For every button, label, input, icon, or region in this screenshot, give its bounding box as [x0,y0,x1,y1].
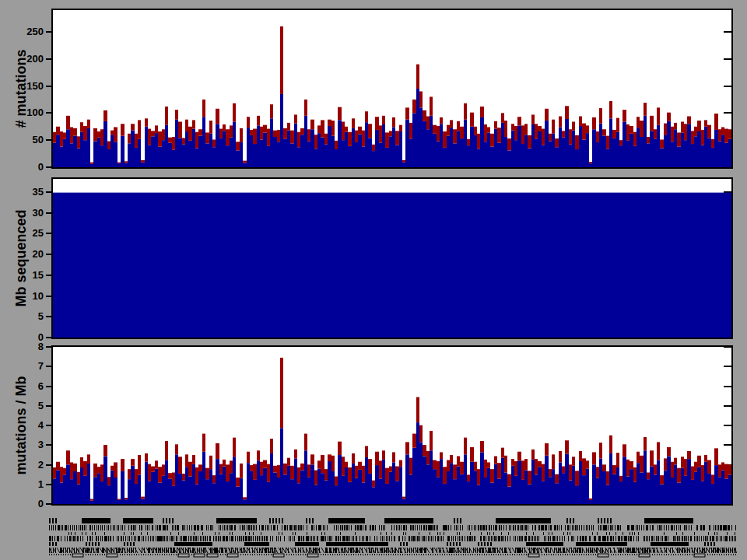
y-tick-label: 10 [16,291,44,302]
y-tick-label: 4 [16,420,44,431]
y-tick-mark [46,233,51,234]
y-tick-mark [46,366,51,367]
y-tick-label: 5 [16,401,44,411]
y-tick-label: 20 [16,249,44,260]
y-tick-label: 30 [16,208,44,219]
y-tick-label: 35 [16,187,44,198]
y-tick-mark [46,405,51,407]
y-tick-mark [46,31,51,33]
y-tick-label: 200 [16,54,44,65]
y-tick-label: 150 [16,81,44,92]
y-tick-label: 3 [16,439,44,450]
y-tick-mark [46,484,51,485]
y-tick-mark [46,346,51,348]
y-tick-mark [46,212,51,214]
y-tick-label: 1 [16,479,44,490]
y-tick-label: 7 [16,361,44,372]
bar-chart-canvas-mutation-rate [53,347,731,504]
y-tick-mark [46,191,51,193]
y-tick-label: 8 [16,341,44,352]
y-tick-mark [46,464,51,466]
y-tick-mark [46,112,51,114]
plot-panel-mutation-counts [51,9,733,169]
y-tick-mark [46,275,51,276]
y-tick-mark [46,425,51,426]
y-tick-label: 2 [16,460,44,471]
bar-chart-canvas-mutation-counts [53,10,731,167]
y-tick-label: 0 [16,162,44,173]
y-tick-mark [46,386,51,387]
y-tick-mark [46,316,51,317]
plot-panel-mb-sequenced [51,177,733,339]
y-tick-label: 100 [16,107,44,118]
y-tick-mark [46,254,51,255]
y-tick-label: 0 [16,499,44,509]
y-tick-mark [46,444,51,446]
y-tick-mark [46,503,51,505]
plot-panel-mutation-rate [51,345,733,506]
y-tick-label: 25 [16,228,44,239]
y-tick-mark [46,58,51,60]
y-tick-label: 50 [16,135,44,145]
y-tick-mark [46,166,51,168]
y-tick-label: 6 [16,381,44,392]
y-tick-mark [46,139,51,141]
y-tick-label: 250 [16,26,44,37]
x-axis-sample-labels [49,518,737,558]
y-tick-label: 15 [16,270,44,281]
y-tick-mark [46,86,51,87]
y-tick-mark [46,296,51,297]
y-tick-label: 5 [16,311,44,322]
y-tick-mark [46,337,51,338]
bar-chart-canvas-mb-sequenced [53,179,731,338]
